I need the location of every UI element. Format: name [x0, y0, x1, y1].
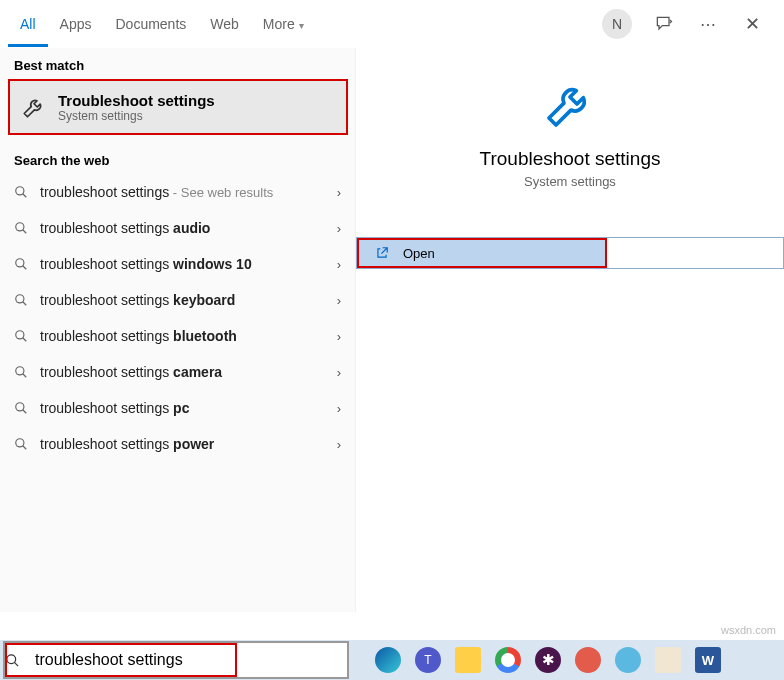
taskbar-search[interactable] — [3, 641, 349, 679]
feedback-icon[interactable] — [652, 12, 676, 36]
tab-all[interactable]: All — [8, 2, 48, 47]
web-result-row[interactable]: troubleshoot settings bluetooth› — [0, 318, 355, 354]
web-result-row[interactable]: troubleshoot settings camera› — [0, 354, 355, 390]
search-input[interactable] — [35, 651, 347, 669]
web-result-row[interactable]: troubleshoot settings - See web results› — [0, 174, 355, 210]
svg-line-11 — [23, 374, 27, 378]
svg-line-1 — [23, 194, 27, 198]
web-result-text: troubleshoot settings camera — [34, 364, 337, 380]
taskbar-app1-icon[interactable] — [575, 647, 601, 673]
wrench-large-icon — [540, 74, 600, 134]
svg-point-2 — [16, 223, 24, 231]
taskbar-chrome-icon[interactable] — [495, 647, 521, 673]
wrench-icon — [18, 91, 50, 123]
search-icon — [14, 293, 34, 307]
chevron-right-icon[interactable]: › — [337, 365, 341, 380]
taskbar-explorer-icon[interactable] — [455, 647, 481, 673]
web-result-text: troubleshoot settings keyboard — [34, 292, 337, 308]
user-avatar[interactable]: N — [602, 9, 632, 39]
web-result-text: troubleshoot settings power — [34, 436, 337, 452]
search-icon — [14, 329, 34, 343]
web-result-row[interactable]: troubleshoot settings power› — [0, 426, 355, 462]
preview-subtitle: System settings — [356, 174, 784, 189]
taskbar: T ✱ W — [0, 640, 784, 680]
svg-point-10 — [16, 367, 24, 375]
open-external-icon — [375, 246, 395, 260]
chevron-right-icon[interactable]: › — [337, 185, 341, 200]
chevron-right-icon[interactable]: › — [337, 437, 341, 452]
preview-pane: Troubleshoot settings System settings Op… — [356, 48, 784, 612]
svg-point-4 — [16, 259, 24, 267]
tab-more[interactable]: More▾ — [251, 2, 316, 47]
chevron-right-icon[interactable]: › — [337, 257, 341, 272]
best-match-title: Troubleshoot settings — [58, 92, 215, 109]
svg-point-6 — [16, 295, 24, 303]
best-match-result[interactable]: Troubleshoot settings System settings — [8, 79, 348, 135]
filter-tabs: All Apps Documents Web More▾ — [8, 2, 602, 47]
preview-actions: Open — [356, 237, 784, 269]
close-button[interactable]: ✕ — [740, 12, 764, 36]
search-icon — [5, 653, 35, 668]
chevron-down-icon: ▾ — [299, 20, 304, 31]
svg-line-7 — [23, 302, 27, 306]
taskbar-word-icon[interactable]: W — [695, 647, 721, 673]
chevron-right-icon[interactable]: › — [337, 221, 341, 236]
web-result-text: troubleshoot settings audio — [34, 220, 337, 236]
svg-line-9 — [23, 338, 27, 342]
search-icon — [14, 185, 34, 199]
web-result-row[interactable]: troubleshoot settings keyboard› — [0, 282, 355, 318]
search-icon — [14, 257, 34, 271]
svg-line-5 — [23, 266, 27, 270]
svg-point-16 — [7, 654, 16, 663]
svg-point-0 — [16, 187, 24, 195]
open-button[interactable]: Open — [357, 238, 607, 268]
svg-line-3 — [23, 230, 27, 234]
web-result-row[interactable]: troubleshoot settings windows 10› — [0, 246, 355, 282]
svg-point-14 — [16, 439, 24, 447]
chevron-right-icon[interactable]: › — [337, 329, 341, 344]
tab-apps[interactable]: Apps — [48, 2, 104, 47]
search-icon — [14, 221, 34, 235]
taskbar-app3-icon[interactable] — [655, 647, 681, 673]
svg-line-15 — [23, 446, 27, 450]
search-icon — [14, 437, 34, 451]
web-result-text: troubleshoot settings pc — [34, 400, 337, 416]
open-label: Open — [403, 246, 435, 261]
chevron-right-icon[interactable]: › — [337, 293, 341, 308]
best-match-subtitle: System settings — [58, 109, 215, 123]
web-result-text: troubleshoot settings windows 10 — [34, 256, 337, 272]
svg-point-8 — [16, 331, 24, 339]
tab-documents[interactable]: Documents — [103, 2, 198, 47]
taskbar-teams-icon[interactable]: T — [415, 647, 441, 673]
tab-web[interactable]: Web — [198, 2, 251, 47]
svg-line-17 — [14, 662, 18, 666]
chevron-right-icon[interactable]: › — [337, 401, 341, 416]
taskbar-edge-icon[interactable] — [375, 647, 401, 673]
more-options-icon[interactable]: ⋯ — [696, 12, 720, 36]
watermark: wsxdn.com — [721, 624, 776, 636]
svg-point-12 — [16, 403, 24, 411]
web-result-row[interactable]: troubleshoot settings pc› — [0, 390, 355, 426]
taskbar-app2-icon[interactable] — [615, 647, 641, 673]
top-bar: All Apps Documents Web More▾ N ⋯ ✕ — [0, 0, 784, 48]
search-icon — [14, 365, 34, 379]
search-web-heading: Search the web — [0, 143, 355, 174]
best-match-heading: Best match — [0, 48, 355, 79]
taskbar-slack-icon[interactable]: ✱ — [535, 647, 561, 673]
svg-line-13 — [23, 410, 27, 414]
results-pane: Best match Troubleshoot settings System … — [0, 48, 356, 612]
preview-title: Troubleshoot settings — [356, 148, 784, 170]
search-icon — [14, 401, 34, 415]
web-result-text: troubleshoot settings bluetooth — [34, 328, 337, 344]
web-result-row[interactable]: troubleshoot settings audio› — [0, 210, 355, 246]
web-result-text: troubleshoot settings - See web results — [34, 184, 337, 200]
